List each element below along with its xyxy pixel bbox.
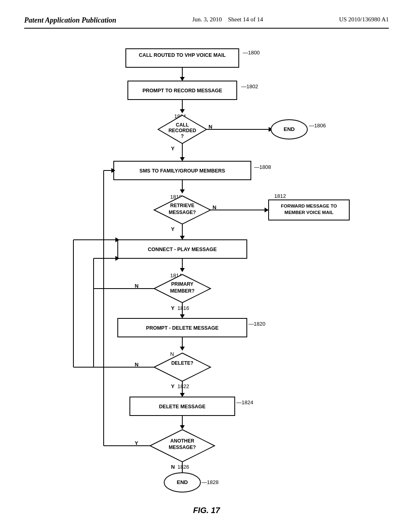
svg-marker-46 [180,268,185,272]
svg-rect-0 [126,49,239,67]
svg-text:—1800: —1800 [243,50,260,56]
svg-text:PROMPT - DELETE MESSAGE: PROMPT - DELETE MESSAGE [146,325,219,331]
svg-text:1812: 1812 [274,193,286,199]
patent-number: US 2010/136980 A1 [339,16,389,23]
svg-text:—1824: —1824 [236,399,253,405]
svg-text:—1802: —1802 [241,83,258,89]
svg-marker-56 [180,314,185,318]
svg-text:N: N [170,351,174,357]
svg-text:MEMBER VOICE MAIL: MEMBER VOICE MAIL [284,210,333,215]
svg-marker-9 [180,109,185,113]
svg-text:—1828: —1828 [202,479,219,485]
svg-marker-83 [180,425,185,429]
svg-text:Y: Y [171,145,175,152]
header: Patent Application Publication Jun. 3, 2… [24,16,389,29]
svg-marker-23 [180,157,185,161]
svg-text:N: N [213,204,216,210]
svg-marker-35 [265,208,269,212]
svg-text:Y: Y [171,383,175,389]
svg-text:ANOTHER: ANOTHER [170,438,194,444]
svg-text:—1820: —1820 [248,321,265,327]
svg-marker-42 [180,236,185,240]
svg-text:Y: Y [171,305,175,311]
svg-text:—1806: —1806 [309,123,326,129]
svg-text:MEMBER?: MEMBER? [170,288,195,294]
svg-text:RECORDED: RECORDED [169,128,196,133]
svg-text:PRIMARY: PRIMARY [171,281,194,287]
svg-text:?: ? [181,133,184,139]
svg-text:MESSAGE?: MESSAGE? [169,445,196,450]
svg-marker-4 [180,77,185,81]
figure-caption: FIG. 17 [193,506,220,515]
svg-text:RETRIEVE: RETRIEVE [170,203,194,208]
svg-text:1816: 1816 [177,305,189,311]
svg-text:CALL ROUTED TO VHP VOICE MAIL: CALL ROUTED TO VHP VOICE MAIL [139,52,226,58]
svg-marker-63 [154,353,211,381]
svg-text:END: END [284,126,294,132]
flowchart: CALL ROUTED TO VHP VOICE MAIL —1800 PROM… [33,41,380,498]
publication-date: Jun. 3, 2010 [192,16,222,23]
svg-text:Y: Y [171,226,175,232]
svg-marker-78 [180,393,185,397]
svg-text:FORWARD MESSAGE TO: FORWARD MESSAGE TO [281,204,337,208]
svg-text:1822: 1822 [177,383,189,389]
svg-text:DELETE MESSAGE: DELETE MESSAGE [159,404,205,409]
header-center: Jun. 3, 2010 Sheet 14 of 14 [192,16,263,23]
svg-marker-28 [180,189,185,193]
svg-text:N: N [135,362,138,368]
svg-text:Y: Y [135,440,138,446]
svg-text:MESSAGE?: MESSAGE? [169,210,196,215]
svg-text:SMS TO FAMILY/GROUP MEMBERS: SMS TO FAMILY/GROUP MEMBERS [140,168,225,174]
svg-text:DELETE?: DELETE? [171,360,194,366]
svg-text:PROMPT TO RECORD MESSAGE: PROMPT TO RECORD MESSAGE [142,88,222,94]
svg-text:—1808: —1808 [254,164,271,170]
svg-text:N: N [209,124,212,130]
svg-text:1826: 1826 [177,464,189,470]
sheet-info: Sheet 14 of 14 [228,16,263,23]
diagram-area: CALL ROUTED TO VHP VOICE MAIL —1800 PROM… [24,41,389,515]
svg-text:END: END [177,479,188,485]
svg-text:N: N [135,283,138,289]
svg-text:CALL: CALL [176,122,189,128]
svg-marker-61 [180,347,185,351]
patent-title: Patent Application Publication [24,16,116,25]
page: Patent Application Publication Jun. 3, 2… [0,0,413,532]
svg-text:N: N [171,464,175,470]
svg-text:CONNECT - PLAY MESSAGE: CONNECT - PLAY MESSAGE [148,247,217,252]
